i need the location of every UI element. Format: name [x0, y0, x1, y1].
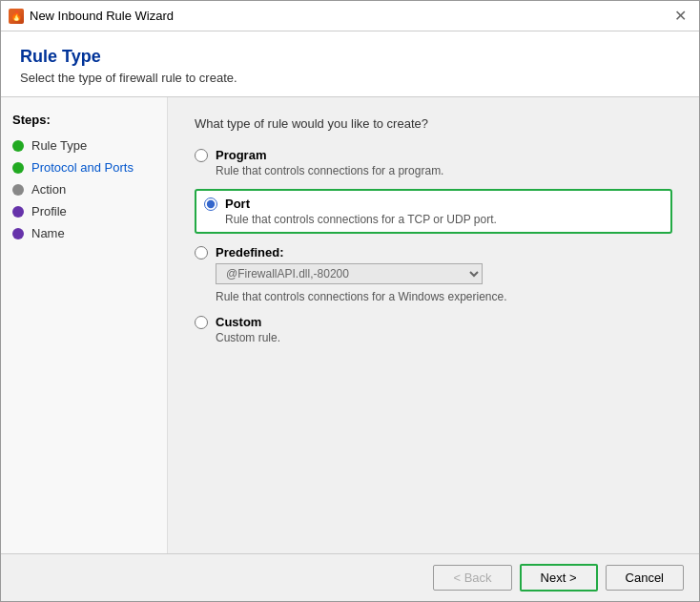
option-program: Program Rule that controls connections f… — [195, 148, 672, 177]
step-label-profile: Profile — [31, 204, 67, 218]
step-label-rule-type: Rule Type — [31, 138, 87, 153]
step-label-action: Action — [31, 182, 66, 197]
sidebar-item-name: Name — [1, 222, 167, 244]
page-title: Rule Type — [20, 47, 680, 67]
main-content: What type of rule would you like to crea… — [168, 97, 699, 553]
option-predefined-label: Predefined: — [216, 245, 284, 259]
option-predefined-row: Predefined: — [195, 245, 672, 259]
radio-port[interactable] — [204, 197, 217, 211]
option-custom-label: Custom — [216, 315, 261, 329]
option-port-label: Port — [225, 197, 250, 211]
option-custom-desc: Custom rule. — [216, 331, 672, 344]
page-subtitle: Select the type of firewall rule to crea… — [20, 71, 680, 85]
title-bar: 🔥 New Inbound Rule Wizard ✕ — [1, 1, 699, 31]
step-dot-name — [12, 228, 24, 239]
step-dot-rule-type — [12, 140, 24, 152]
option-port: Port Rule that controls connections for … — [195, 189, 672, 234]
wizard-icon: 🔥 — [9, 9, 24, 24]
wizard-window: 🔥 New Inbound Rule Wizard ✕ Rule Type Se… — [0, 0, 700, 602]
option-port-row: Port — [204, 197, 663, 211]
sidebar-item-rule-type: Rule Type — [1, 135, 167, 156]
cancel-button[interactable]: Cancel — [606, 565, 684, 591]
step-dot-protocol — [12, 162, 24, 174]
step-dot-profile — [12, 206, 24, 218]
option-port-desc: Rule that controls connections for a TCP… — [225, 213, 663, 226]
option-program-row: Program — [195, 148, 672, 162]
back-button[interactable]: < Back — [433, 565, 511, 591]
footer: < Back Next > Cancel — [1, 553, 699, 601]
option-custom: Custom Custom rule. — [195, 315, 672, 344]
sidebar-item-action: Action — [1, 178, 167, 200]
next-button[interactable]: Next > — [520, 564, 598, 592]
window-title: New Inbound Rule Wizard — [30, 9, 174, 23]
radio-custom[interactable] — [195, 316, 208, 329]
close-button[interactable]: ✕ — [669, 5, 691, 28]
option-predefined-desc: Rule that controls connections for a Win… — [216, 290, 672, 303]
radio-predefined[interactable] — [195, 246, 208, 259]
header-section: Rule Type Select the type of firewall ru… — [1, 31, 699, 97]
steps-label: Steps: — [1, 109, 167, 135]
option-predefined: Predefined: @FirewallAPI.dll,-80200 Rule… — [195, 245, 672, 303]
content-area: Steps: Rule Type Protocol and Ports Acti… — [1, 97, 699, 553]
option-custom-row: Custom — [195, 315, 672, 329]
step-label-protocol: Protocol and Ports — [31, 160, 134, 175]
steps-sidebar: Steps: Rule Type Protocol and Ports Acti… — [1, 97, 168, 553]
step-dot-action — [12, 184, 24, 196]
step-label-name: Name — [31, 226, 65, 240]
question-text: What type of rule would you like to crea… — [195, 116, 672, 131]
title-bar-left: 🔥 New Inbound Rule Wizard — [9, 9, 174, 24]
predefined-select[interactable]: @FirewallAPI.dll,-80200 — [216, 263, 483, 284]
sidebar-item-protocol-ports: Protocol and Ports — [1, 156, 167, 178]
option-program-label: Program — [216, 148, 266, 162]
option-program-desc: Rule that controls connections for a pro… — [216, 164, 672, 177]
sidebar-item-profile: Profile — [1, 200, 167, 222]
option-group: Program Rule that controls connections f… — [195, 148, 672, 344]
radio-program[interactable] — [195, 149, 208, 162]
